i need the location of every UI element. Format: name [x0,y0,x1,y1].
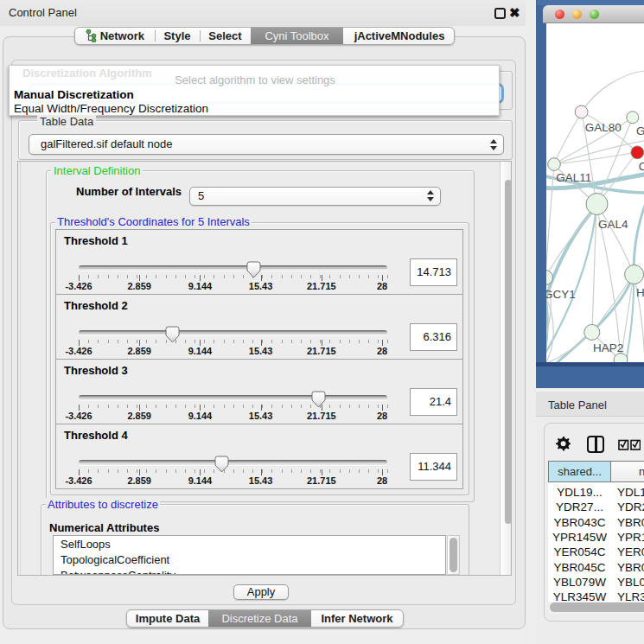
svg-text:GCY1: GCY1 [546,288,576,301]
svg-text:HAP2: HAP2 [593,341,623,354]
svg-text:GAL4: GAL4 [598,218,628,231]
svg-text:CYC1: CYC1 [639,160,644,173]
svg-text:GAL80: GAL80 [585,121,622,134]
svg-text:GAL11: GAL11 [556,171,591,184]
svg-text:HIS4: HIS4 [636,286,644,299]
svg-text:GAL2: GAL2 [636,124,644,137]
